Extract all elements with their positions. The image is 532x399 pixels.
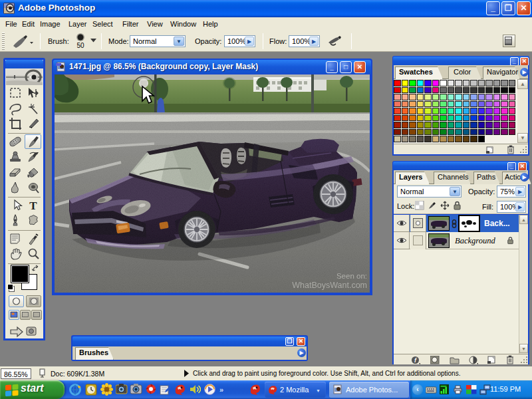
svg-text:50: 50 [76, 42, 84, 49]
svg-text:T: T [29, 200, 37, 212]
